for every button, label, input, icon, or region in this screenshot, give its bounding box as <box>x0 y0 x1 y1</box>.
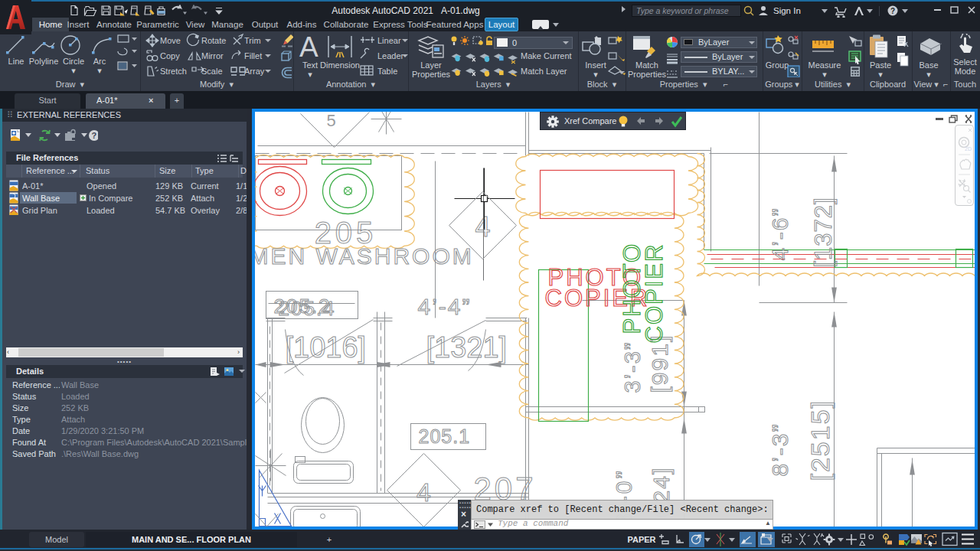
svg-text:4: 4 <box>416 478 431 507</box>
svg-text:?: ? <box>92 131 97 140</box>
svg-text:4’-6”: 4’-6” <box>767 207 792 260</box>
svg-text:[1016]: [1016] <box>286 331 367 364</box>
svg-text:[2515]: [2515] <box>805 399 835 481</box>
svg-text:4’-4”: 4’-4” <box>418 294 472 319</box>
svg-text:[1372]: [1372] <box>810 197 837 267</box>
svg-text:?: ? <box>890 7 895 15</box>
svg-text:5: 5 <box>327 112 336 130</box>
svg-text:4: 4 <box>475 211 490 243</box>
svg-text:205.1: 205.1 <box>419 425 471 447</box>
svg-text:Sign In: Sign In <box>773 6 801 15</box>
svg-text:[1321]: [1321] <box>426 331 508 364</box>
svg-text:COPIER: COPIER <box>641 243 668 344</box>
svg-text:3’-3”: 3’-3” <box>620 341 645 393</box>
svg-text:205.4: 205.4 <box>279 297 336 320</box>
svg-text:2D: 2D <box>965 146 972 152</box>
svg-text:MEN WASHROOM: MEN WASHROOM <box>255 243 474 269</box>
svg-text:8’-3”: 8’-3” <box>767 422 792 476</box>
